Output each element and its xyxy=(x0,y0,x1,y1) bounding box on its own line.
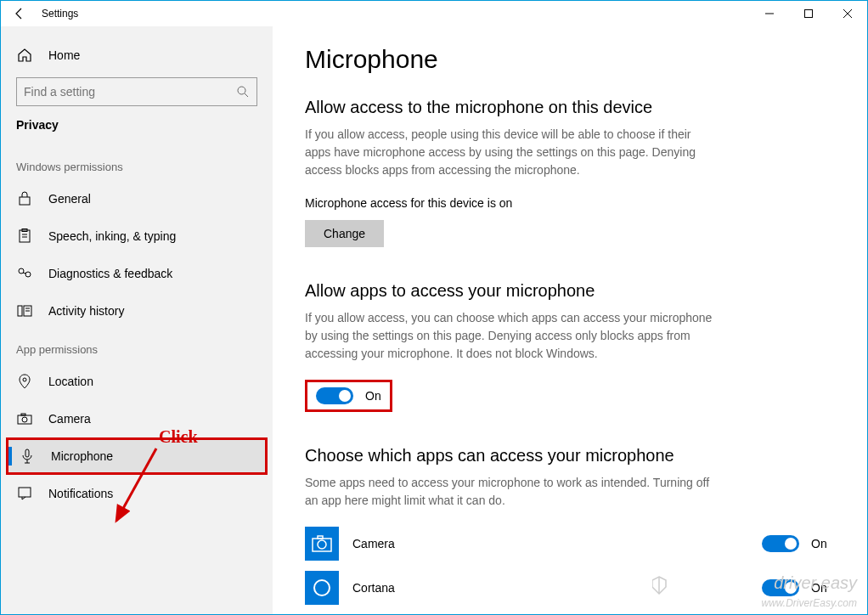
sidebar-item-activity[interactable]: Activity history xyxy=(1,292,273,330)
back-button[interactable] xyxy=(8,2,31,25)
settings-window: Settings Home Privacy Windows permission… xyxy=(0,0,868,615)
sidebar-item-camera[interactable]: Camera xyxy=(1,400,273,437)
svg-point-21 xyxy=(22,417,27,422)
location-icon xyxy=(16,373,33,390)
change-button[interactable]: Change xyxy=(305,220,384,247)
svg-rect-29 xyxy=(318,536,323,539)
section-heading: Allow access to the microphone on this d… xyxy=(305,98,835,117)
svg-line-5 xyxy=(245,93,248,97)
sidebar-item-general[interactable]: General xyxy=(1,180,273,217)
clipboard-icon xyxy=(16,228,33,245)
sidebar-item-microphone[interactable]: Microphone xyxy=(6,437,268,475)
sidebar-item-label: Microphone xyxy=(51,449,113,463)
app-access-toggle[interactable] xyxy=(316,387,353,404)
section-heading: Allow apps to access your microphone xyxy=(305,281,835,301)
minimize-icon xyxy=(765,9,774,18)
svg-rect-26 xyxy=(19,488,31,497)
sidebar-home[interactable]: Home xyxy=(1,37,273,74)
search-container xyxy=(16,77,257,106)
sidebar-item-label: General xyxy=(48,192,91,206)
main-content: Microphone Allow access to the microphon… xyxy=(273,26,867,614)
svg-point-12 xyxy=(25,272,31,277)
sidebar-item-notifications[interactable]: Notifications xyxy=(1,475,273,512)
sidebar-item-label: Location xyxy=(48,375,93,388)
svg-point-19 xyxy=(23,378,26,381)
cortana-app-icon xyxy=(305,571,339,605)
search-box[interactable] xyxy=(16,77,257,106)
sidebar-group-app-permissions: App permissions xyxy=(1,330,273,363)
sidebar-item-speech[interactable]: Speech, inking, & typing xyxy=(1,217,273,255)
history-icon xyxy=(16,302,33,319)
toggle-label: On xyxy=(811,537,835,550)
notifications-icon xyxy=(16,485,33,502)
titlebar: Settings xyxy=(1,1,867,26)
feedback-icon xyxy=(16,265,33,282)
app-row-cortana: Cortana On xyxy=(305,571,835,605)
sidebar-item-label: Speech, inking, & typing xyxy=(48,229,176,243)
window-title: Settings xyxy=(42,8,78,20)
sidebar-item-label: Activity history xyxy=(48,304,124,318)
sidebar-group-windows-permissions: Windows permissions xyxy=(1,147,273,180)
sidebar-home-label: Home xyxy=(48,48,80,62)
app-row-camera: Camera On xyxy=(305,527,835,561)
section-choose-apps: Choose which apps can access your microp… xyxy=(305,446,835,605)
sidebar: Home Privacy Windows permissions General… xyxy=(1,26,273,614)
sidebar-item-diagnostics[interactable]: Diagnostics & feedback xyxy=(1,255,273,292)
svg-point-4 xyxy=(238,87,245,94)
page-title: Microphone xyxy=(305,45,835,74)
section-description: Some apps need to access your microphone… xyxy=(305,474,713,510)
toggle-label: On xyxy=(811,581,835,595)
sidebar-item-label: Diagnostics & feedback xyxy=(48,267,172,280)
microphone-icon xyxy=(19,448,36,465)
camera-app-icon xyxy=(305,527,339,561)
svg-rect-6 xyxy=(20,197,30,205)
app-toggle-cortana[interactable] xyxy=(762,579,799,596)
toggle-label: On xyxy=(365,389,381,403)
svg-rect-14 xyxy=(18,306,22,316)
window-body: Home Privacy Windows permissions General… xyxy=(1,26,867,614)
minimize-button[interactable] xyxy=(750,1,789,26)
search-icon xyxy=(236,85,250,99)
sidebar-item-label: Notifications xyxy=(48,487,113,500)
svg-rect-23 xyxy=(25,449,29,457)
arrow-left-icon xyxy=(13,7,26,20)
maximize-button[interactable] xyxy=(789,1,828,26)
app-name: Camera xyxy=(352,537,762,550)
section-device-access: Allow access to the microphone on this d… xyxy=(305,98,835,247)
device-access-status: Microphone access for this device is on xyxy=(305,196,835,210)
svg-point-30 xyxy=(314,580,330,595)
section-app-access: Allow apps to access your microphone If … xyxy=(305,281,835,412)
section-heading: Choose which apps can access your microp… xyxy=(305,446,835,465)
app-toggle-camera[interactable] xyxy=(762,535,799,552)
sidebar-item-location[interactable]: Location xyxy=(1,363,273,400)
svg-rect-7 xyxy=(20,230,30,242)
svg-rect-1 xyxy=(805,10,813,18)
close-button[interactable] xyxy=(828,1,867,26)
svg-point-28 xyxy=(318,540,326,549)
camera-icon xyxy=(16,410,33,427)
home-icon xyxy=(16,47,33,64)
sidebar-item-label: Camera xyxy=(48,412,91,426)
sidebar-category: Privacy xyxy=(1,118,273,147)
window-controls xyxy=(750,1,867,26)
svg-rect-22 xyxy=(21,414,25,415)
section-description: If you allow access, you can choose whic… xyxy=(305,309,713,363)
app-access-toggle-row: On xyxy=(305,380,392,412)
search-input[interactable] xyxy=(24,85,236,99)
maximize-icon xyxy=(804,9,813,18)
lock-icon xyxy=(16,190,33,207)
app-name: Cortana xyxy=(352,581,762,595)
close-icon xyxy=(843,9,852,18)
section-description: If you allow access, people using this d… xyxy=(305,126,713,179)
